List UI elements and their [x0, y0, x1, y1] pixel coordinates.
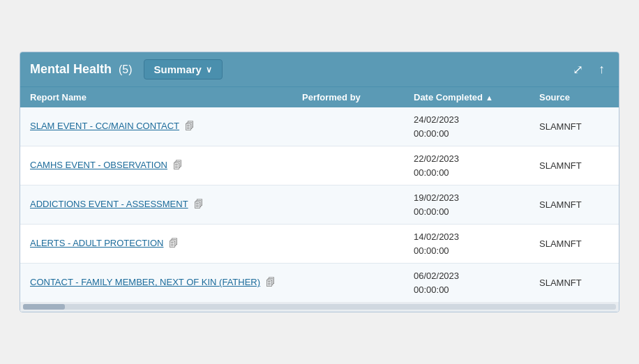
chevron-down-icon: ∨ — [206, 65, 212, 75]
date-cell: 14/02/2023 00:00:00 — [414, 230, 539, 257]
table-row: ALERTS - ADULT PROTECTION 🗐 14/02/2023 0… — [20, 225, 619, 264]
report-link[interactable]: CONTACT - FAMILY MEMBER, NEXT OF KIN (FA… — [30, 276, 260, 289]
mental-health-widget: Mental Health (5) Summary ∨ ⤢ ↑ Report N… — [20, 52, 619, 312]
report-name-cell: CONTACT - FAMILY MEMBER, NEXT OF KIN (FA… — [30, 276, 302, 289]
source-cell: SLAMNFT — [539, 199, 609, 210]
report-link[interactable]: SLAM EVENT - CC/MAIN CONTACT — [30, 120, 179, 132]
table-header: Report Name Performed by Date Completed … — [20, 86, 619, 107]
scrollbar-track — [23, 304, 616, 310]
copy-icon[interactable]: 🗐 — [194, 199, 204, 210]
report-name-cell: ALERTS - ADULT PROTECTION 🗐 — [30, 237, 302, 250]
table-row: CONTACT - FAMILY MEMBER, NEXT OF KIN (FA… — [20, 264, 619, 302]
source-cell: SLAMNFT — [539, 278, 609, 288]
collapse-icon: ↑ — [599, 62, 605, 76]
scrollbar-thumb[interactable] — [23, 304, 65, 310]
table-row: SLAM EVENT - CC/MAIN CONTACT 🗐 24/02/202… — [20, 107, 619, 146]
date-cell: 06/02/2023 00:00:00 — [414, 269, 539, 296]
copy-icon[interactable]: 🗐 — [173, 160, 183, 171]
expand-icon-button[interactable]: ⤢ — [569, 61, 587, 79]
copy-icon[interactable]: 🗐 — [185, 121, 195, 132]
report-name-cell: ADDICTIONS EVENT - ASSESSMENT 🗐 — [30, 198, 302, 211]
copy-icon[interactable]: 🗐 — [169, 238, 179, 249]
col-header-date-completed[interactable]: Date Completed ▲ — [414, 92, 539, 103]
report-name-cell: CAMHS EVENT - OBSERVATION 🗐 — [30, 159, 302, 172]
summary-dropdown-button[interactable]: Summary ∨ — [144, 59, 223, 79]
date-cell: 24/02/2023 00:00:00 — [414, 113, 539, 140]
horizontal-scrollbar[interactable] — [20, 302, 619, 312]
collapse-icon-button[interactable]: ↑ — [594, 61, 609, 78]
expand-icon: ⤢ — [573, 63, 583, 77]
widget-title: Mental Health — [30, 62, 112, 77]
date-cell: 22/02/2023 00:00:00 — [414, 152, 539, 179]
report-name-cell: SLAM EVENT - CC/MAIN CONTACT 🗐 — [30, 120, 302, 132]
source-cell: SLAMNFT — [539, 238, 609, 249]
report-link[interactable]: CAMHS EVENT - OBSERVATION — [30, 159, 167, 172]
report-link[interactable]: ADDICTIONS EVENT - ASSESSMENT — [30, 198, 188, 211]
table-body: SLAM EVENT - CC/MAIN CONTACT 🗐 24/02/202… — [20, 107, 619, 302]
col-header-performed-by: Performed by — [302, 92, 414, 103]
widget-header: Mental Health (5) Summary ∨ ⤢ ↑ — [20, 52, 619, 86]
summary-label: Summary — [154, 63, 202, 75]
table-row: ADDICTIONS EVENT - ASSESSMENT 🗐 19/02/20… — [20, 185, 619, 225]
source-cell: SLAMNFT — [539, 160, 609, 171]
report-link[interactable]: ALERTS - ADULT PROTECTION — [30, 237, 163, 250]
source-cell: SLAMNFT — [539, 121, 609, 132]
col-header-source: Source — [539, 92, 609, 103]
date-cell: 19/02/2023 00:00:00 — [414, 191, 539, 218]
copy-icon[interactable]: 🗐 — [266, 277, 276, 288]
widget-count: (5) — [119, 63, 133, 76]
sort-asc-icon: ▲ — [486, 93, 493, 102]
table-row: CAMHS EVENT - OBSERVATION 🗐 22/02/2023 0… — [20, 146, 619, 185]
col-header-report-name: Report Name — [30, 92, 302, 103]
